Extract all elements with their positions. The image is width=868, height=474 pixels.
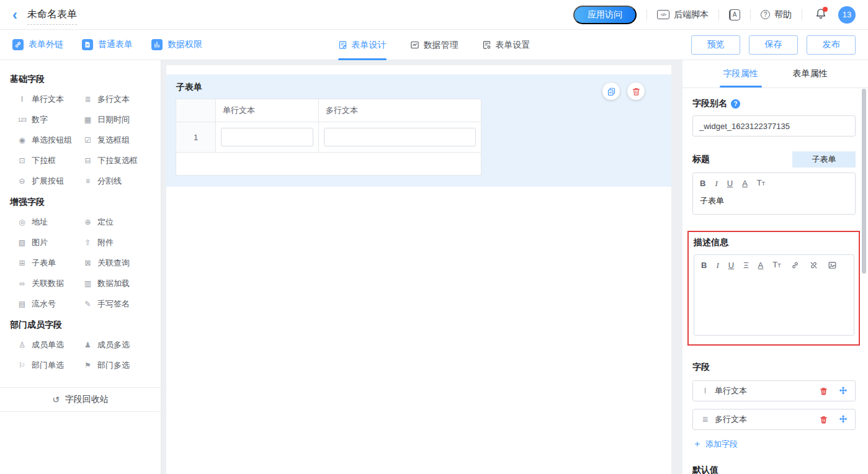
palette-item-divider[interactable]: ≡分割线 (83, 176, 156, 187)
palette-item-image[interactable]: ▧图片 (17, 237, 83, 248)
tab-form-design[interactable]: 表单设计 (338, 30, 387, 60)
palette-item-single-line-text[interactable]: Ⅰ单行文本 (17, 94, 83, 105)
delete-widget-button[interactable] (627, 83, 645, 100)
palette-item-multi-line-text[interactable]: ≣多行文本 (83, 94, 156, 105)
bold-button[interactable]: B (701, 261, 707, 270)
title-editor-content[interactable]: 子表单 (693, 191, 855, 214)
avatar[interactable]: 13 (838, 6, 856, 24)
field-recycle-bin[interactable]: ↺ 字段回收站 (0, 387, 161, 412)
palette-item-multi-dropdown[interactable]: ⊟下拉复选框 (83, 155, 156, 166)
relation-query-icon: ⊠ (83, 259, 93, 267)
help-label: 帮助 (774, 9, 792, 20)
palette-item-signature[interactable]: ✎手写签名 (83, 298, 156, 310)
tab-form-settings[interactable]: 表单设置 (482, 30, 530, 60)
font-color-button[interactable]: A (742, 179, 748, 188)
palette-item-dropdown[interactable]: ⊡下拉框 (17, 155, 83, 166)
palette-item-datetime[interactable]: ▦日期时间 (83, 114, 156, 125)
backend-script-button[interactable]: </> 后端脚本 (657, 9, 709, 20)
palette-label: 关联查询 (97, 257, 130, 269)
font-size-button[interactable]: T (757, 178, 765, 189)
trash-icon (819, 415, 828, 424)
publish-button[interactable]: 发布 (807, 35, 856, 55)
delete-field-button[interactable] (819, 387, 828, 396)
code-icon: </> (657, 10, 669, 19)
palette-item-member-single[interactable]: ♙成员单选 (17, 339, 83, 351)
alias-help-icon[interactable]: ? (731, 99, 740, 109)
palette-item-dept-single[interactable]: ⚐部门单选 (17, 360, 83, 371)
underline-button[interactable]: U (727, 179, 733, 188)
member-multi-icon: ♟ (83, 341, 93, 349)
palette-item-data-load[interactable]: ▥数据加载 (83, 278, 156, 289)
single-line-text-input[interactable] (221, 128, 313, 146)
tab-form-properties[interactable]: 表单属性 (793, 60, 828, 87)
field-alias-label-row: 字段别名 ? (692, 98, 856, 109)
backend-script-label: 后端脚本 (674, 9, 709, 20)
insert-link-button[interactable] (790, 261, 800, 270)
number-icon: 123 (17, 117, 27, 123)
palette-item-checkbox-group[interactable]: ☑复选框组 (83, 135, 156, 146)
column-header-multi-line: 多行文本 (319, 99, 481, 122)
back-icon[interactable]: ‹ (12, 9, 17, 21)
bold-button[interactable]: B (700, 179, 705, 188)
add-row-area[interactable] (176, 153, 481, 176)
multi-dropdown-icon: ⊟ (83, 156, 93, 165)
title-editor[interactable]: B I U A T 子表单 (692, 172, 856, 215)
palette-item-dept-multi[interactable]: ⚑部门多选 (83, 360, 156, 371)
data-permission-button[interactable]: 数据权限 (151, 39, 202, 50)
palette-label: 数据加载 (97, 278, 130, 289)
multi-line-text-input[interactable] (324, 128, 476, 146)
palette-item-subform[interactable]: ⊞子表单 (17, 257, 83, 269)
italic-button[interactable]: I (715, 179, 717, 188)
add-field-button[interactable]: ＋ 添加字段 (692, 438, 856, 450)
subform-widget[interactable]: 子表单 单行文本 多行文本 1 (166, 74, 671, 187)
form-title[interactable]: 未命名表单 (27, 8, 77, 25)
palette-item-attachment[interactable]: ⇧附件 (83, 237, 156, 248)
field-alias-input[interactable] (692, 115, 856, 136)
tab-data-manage[interactable]: 数据管理 (410, 30, 459, 60)
form-external-link-button[interactable]: 表单外链 (12, 39, 63, 50)
preview-button[interactable]: 预览 (691, 35, 740, 55)
tab-field-properties[interactable]: 字段属性 (723, 60, 758, 87)
palette-item-relation-query[interactable]: ⊠关联查询 (83, 257, 156, 269)
data-permission-label: 数据权限 (168, 39, 202, 50)
data-manage-icon (410, 40, 419, 50)
font-color-button[interactable]: A (758, 261, 764, 270)
palette-item-serial-number[interactable]: ▤流水号 (17, 298, 83, 310)
help-button[interactable]: ? 帮助 (761, 9, 792, 20)
api-directory-icon[interactable]: A (729, 9, 740, 20)
palette-item-number[interactable]: 123数字 (17, 114, 83, 125)
palette-item-address[interactable]: ◎地址 (17, 217, 83, 228)
description-editor-toolbar: B I U Ξ A T (694, 255, 854, 273)
palette-item-location[interactable]: ⊕定位 (83, 217, 156, 228)
panel-scrollbar[interactable] (862, 89, 866, 274)
field-item-multi-line[interactable]: ≣ 多行文本 (692, 409, 856, 430)
drag-field-handle[interactable] (838, 414, 848, 424)
title-chip[interactable]: 子表单 (792, 151, 856, 168)
underline-button[interactable]: U (728, 261, 734, 270)
dropdown-icon: ⊡ (17, 156, 27, 165)
description-editor[interactable]: B I U Ξ A T (694, 254, 854, 336)
palette-item-extend-button[interactable]: ⊖扩展按钮 (17, 176, 83, 187)
notification-bell[interactable] (815, 7, 827, 22)
remove-link-button[interactable] (809, 261, 818, 270)
insert-image-button[interactable] (828, 261, 837, 270)
palette-item-relation-data[interactable]: ∞关联数据 (17, 278, 83, 289)
palette-item-radio-group[interactable]: ◉单选按钮组 (17, 135, 83, 146)
delete-field-button[interactable] (819, 415, 828, 424)
form-design-canvas[interactable]: 子表单 单行文本 多行文本 1 (166, 65, 671, 474)
subform-icon: ⊞ (17, 259, 27, 267)
normal-form-button[interactable]: 普通表单 (82, 39, 133, 50)
drag-field-handle[interactable] (838, 386, 848, 396)
app-access-button[interactable]: 应用访问 (573, 6, 637, 24)
font-size-button[interactable]: T (772, 260, 781, 271)
italic-button[interactable]: I (716, 261, 718, 270)
field-item-single-line[interactable]: Ⅰ 单行文本 (692, 380, 856, 401)
column-header-single-line: 单行文本 (216, 99, 319, 122)
description-editor-content[interactable] (694, 273, 854, 335)
row-index: 1 (176, 122, 216, 153)
field-palette-sidebar: 基础字段 Ⅰ单行文本 ≣多行文本 123数字 ▦日期时间 ◉单选按钮组 ☑复选框… (0, 60, 161, 474)
copy-widget-button[interactable] (602, 83, 620, 100)
save-button[interactable]: 保存 (749, 35, 798, 55)
align-button[interactable]: Ξ (743, 261, 748, 270)
palette-item-member-multi[interactable]: ♟成员多选 (83, 339, 156, 351)
